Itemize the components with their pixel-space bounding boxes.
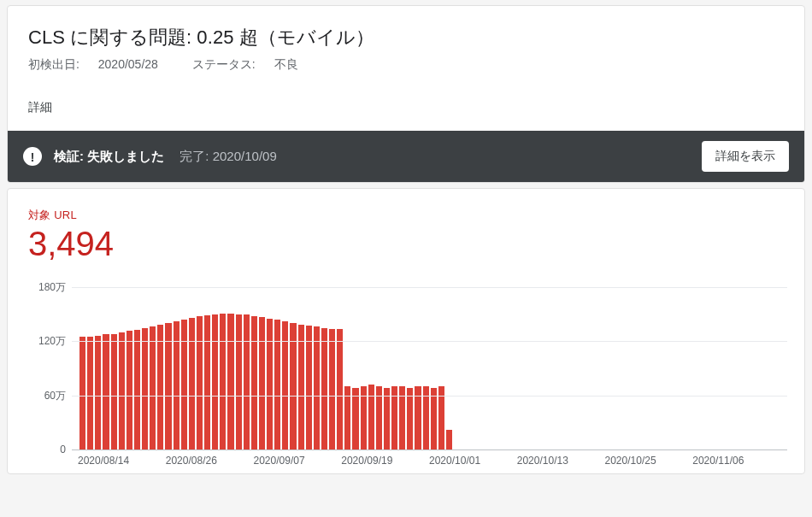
chart-bar (197, 316, 203, 449)
chart-bar (384, 388, 390, 449)
status: ステータス: 不良 (192, 57, 314, 71)
show-details-button[interactable]: 詳細を表示 (702, 141, 789, 172)
first-detected-value: 2020/05/28 (98, 57, 158, 71)
chart-bar (142, 328, 148, 450)
chart-bar (290, 323, 296, 449)
chart-x-tick-label: 2020/09/07 (254, 455, 342, 467)
chart-bar (212, 314, 218, 449)
chart-x-tick-label: 2020/08/26 (166, 455, 254, 467)
validation-status-bar: ! 検証: 失敗しました 完了: 2020/10/09 詳細を表示 (8, 131, 804, 182)
chart-bar (321, 328, 327, 450)
chart-bar (314, 326, 320, 449)
completed-value: 2020/10/09 (213, 149, 277, 163)
chart-gridline (72, 341, 787, 342)
chart-y-tick-label: 120万 (38, 334, 66, 349)
chart-bar (227, 314, 233, 449)
chart-bar (274, 320, 280, 449)
chart-bar (204, 315, 210, 449)
chart-bar (259, 317, 265, 449)
chart-bar (87, 337, 93, 449)
header-top: CLS に関する問題: 0.25 超（モバイル） 初検出日: 2020/05/2… (8, 6, 804, 79)
chart-bar (119, 332, 125, 449)
chart-bar (431, 388, 437, 449)
chart-bar (181, 320, 187, 449)
chart-x-tick-label: 2020/08/14 (78, 455, 166, 467)
chart-x-tick-label: 2020/09/19 (341, 455, 429, 467)
chart-bar (267, 319, 273, 449)
validation-text: 検証: 失敗しました 完了: 2020/10/09 (54, 149, 277, 165)
chart-bar (329, 329, 335, 449)
metric-value: 3,494 (28, 225, 787, 263)
chart-bar (368, 385, 374, 449)
first-detected: 初検出日: 2020/05/28 (28, 57, 177, 71)
chart-bar (407, 388, 413, 449)
header-subline: 初検出日: 2020/05/28 ステータス: 不良 (28, 57, 784, 73)
chart-x-axis: 2020/08/142020/08/262020/09/072020/09/19… (71, 449, 787, 467)
chart-gridline (72, 449, 787, 450)
chart-bar (446, 430, 452, 449)
chart-x-tick-label: 2020/11/06 (692, 455, 780, 467)
chart-bar (236, 314, 242, 449)
chart-bar (251, 316, 257, 449)
chart-bar (306, 326, 312, 449)
chart-area: 060万120万180万 (28, 287, 787, 449)
chart-bar (111, 334, 117, 449)
chart-bar (134, 330, 140, 449)
chart-bars (72, 287, 787, 449)
validation-label: 検証: (54, 149, 84, 163)
chart-bar (95, 336, 101, 449)
chart-gridline (72, 396, 787, 397)
chart-bar (189, 318, 195, 449)
chart-gridline (72, 287, 787, 288)
chart-y-tick-label: 0 (60, 444, 66, 455)
chart-y-tick-label: 60万 (44, 388, 66, 402)
chart-x-tick-label: 2020/10/01 (429, 455, 517, 467)
metric-label: 対象 URL (28, 208, 787, 223)
details-link[interactable]: 詳細 (8, 79, 804, 131)
chart-bar (79, 337, 85, 449)
chart-bar (244, 314, 250, 449)
completed-label: 完了: (179, 149, 209, 163)
status-label: ステータス: (192, 57, 256, 71)
chart-x-tick-label: 2020/10/13 (517, 455, 605, 467)
chart-bar (127, 331, 132, 449)
validation-value: 失敗しました (87, 149, 164, 163)
chart-bar (352, 388, 358, 449)
chart-bar (220, 314, 226, 449)
chart-y-axis: 060万120万180万 (28, 287, 71, 449)
status-value: 不良 (274, 57, 298, 71)
chart-bar (103, 334, 109, 449)
chart-bar (337, 329, 343, 449)
error-icon: ! (23, 147, 42, 166)
issue-header-card: CLS に関する問題: 0.25 超（モバイル） 初検出日: 2020/05/2… (7, 5, 805, 183)
chart-y-tick-label: 180万 (38, 280, 66, 295)
chart-bar (150, 326, 156, 449)
chart-bar (298, 325, 304, 449)
chart-bar (165, 323, 171, 449)
chart-plot (71, 287, 787, 449)
chart-x-tick-label: 2020/10/25 (605, 455, 693, 467)
validation-completed: 完了: 2020/10/09 (179, 149, 276, 163)
chart-bar (157, 325, 163, 449)
page-title: CLS に関する問題: 0.25 超（モバイル） (28, 25, 784, 50)
chart-card: 対象 URL 3,494 060万120万180万 2020/08/142020… (7, 188, 805, 474)
first-detected-label: 初検出日: (28, 57, 79, 71)
